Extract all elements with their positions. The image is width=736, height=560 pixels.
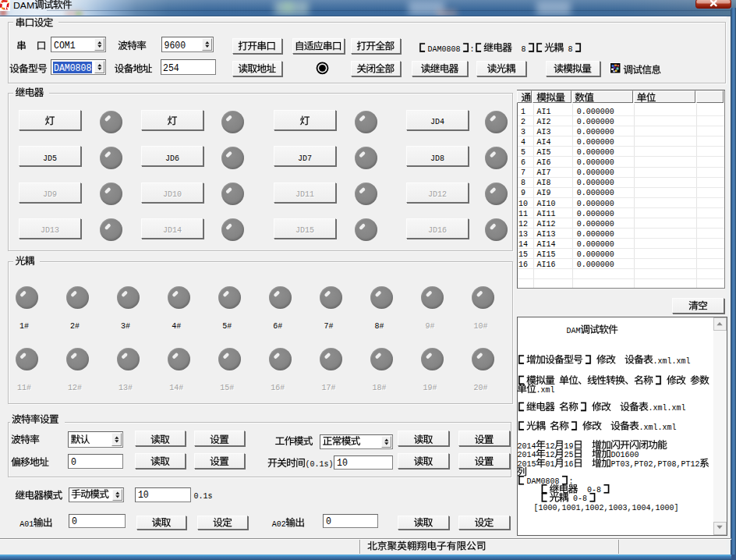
svg-text:A02: A02 bbox=[272, 519, 286, 529]
svg-text:6: 6 bbox=[521, 158, 525, 167]
svg-text:16#: 16# bbox=[271, 383, 285, 392]
svg-text:16: 16 bbox=[518, 260, 528, 269]
svg-text:AI11: AI11 bbox=[537, 209, 556, 218]
svg-text:JD12: JD12 bbox=[428, 190, 447, 199]
svg-text:JD8: JD8 bbox=[430, 154, 444, 163]
svg-text:2: 2 bbox=[521, 117, 525, 126]
svg-text:2014: 2014 bbox=[518, 450, 536, 459]
svg-text:19: 19 bbox=[564, 441, 574, 451]
svg-text:0: 0 bbox=[326, 516, 331, 527]
svg-text:AI2: AI2 bbox=[537, 117, 551, 126]
svg-text:0.000000: 0.000000 bbox=[577, 117, 614, 126]
svg-text:10: 10 bbox=[337, 458, 348, 469]
svg-text:0.1s: 0.1s bbox=[194, 491, 213, 501]
svg-text:0.000000: 0.000000 bbox=[577, 260, 614, 269]
svg-text:AI3: AI3 bbox=[537, 127, 551, 136]
svg-text:6#: 6# bbox=[273, 321, 282, 331]
svg-text:8: 8 bbox=[522, 44, 526, 54]
svg-text:(0.1s): (0.1s) bbox=[306, 459, 334, 469]
svg-text:0.000000: 0.000000 bbox=[577, 239, 614, 249]
svg-text:254: 254 bbox=[163, 63, 179, 74]
svg-text:11#: 11# bbox=[17, 383, 31, 392]
svg-text:DAM: DAM bbox=[13, 1, 34, 10]
svg-text:17#: 17# bbox=[321, 383, 335, 392]
svg-text:2015: 2015 bbox=[518, 459, 536, 469]
svg-text:JD6: JD6 bbox=[165, 154, 179, 163]
svg-text:DAM: DAM bbox=[567, 326, 581, 335]
svg-text:13: 13 bbox=[518, 229, 528, 239]
svg-text:19#: 19# bbox=[423, 383, 437, 392]
svg-text:9600: 9600 bbox=[165, 41, 186, 51]
svg-text:8: 8 bbox=[521, 178, 525, 187]
svg-text:7#: 7# bbox=[324, 321, 333, 331]
svg-text:JD4: JD4 bbox=[430, 117, 444, 126]
svg-text:JD13: JD13 bbox=[41, 225, 59, 235]
svg-text:13#: 13# bbox=[119, 383, 133, 392]
svg-text:0.000000: 0.000000 bbox=[577, 158, 614, 167]
svg-text:AI10: AI10 bbox=[537, 199, 556, 208]
svg-text:0: 0 bbox=[72, 516, 77, 527]
svg-text:8: 8 bbox=[568, 44, 573, 54]
svg-text:AI8: AI8 bbox=[537, 178, 551, 187]
svg-text:11: 11 bbox=[518, 209, 528, 218]
svg-text:16: 16 bbox=[564, 459, 574, 469]
svg-text:4: 4 bbox=[521, 137, 525, 147]
svg-text:7: 7 bbox=[521, 168, 525, 177]
svg-text:10: 10 bbox=[138, 490, 149, 501]
svg-text:0.000000: 0.000000 bbox=[577, 107, 614, 116]
svg-text:15#: 15# bbox=[220, 383, 234, 392]
svg-text:2#: 2# bbox=[70, 321, 80, 331]
svg-text:AI9: AI9 bbox=[537, 188, 551, 197]
svg-text:JD15: JD15 bbox=[295, 225, 314, 235]
svg-text:AI7: AI7 bbox=[537, 168, 551, 177]
svg-text:3: 3 bbox=[521, 127, 525, 136]
svg-text:AI13: AI13 bbox=[537, 229, 556, 239]
svg-text:0-8: 0-8 bbox=[587, 485, 601, 494]
svg-text::: : bbox=[569, 477, 574, 486]
svg-text:5: 5 bbox=[521, 147, 525, 157]
svg-text:AI12: AI12 bbox=[537, 219, 556, 229]
svg-text:.xml.xml: .xml.xml bbox=[649, 403, 686, 413]
svg-text:0.000000: 0.000000 bbox=[577, 219, 614, 229]
svg-text:.xml.xml: .xml.xml bbox=[639, 423, 677, 432]
svg-text:0.000000: 0.000000 bbox=[577, 168, 614, 177]
svg-text:3#: 3# bbox=[121, 321, 130, 331]
svg-text:01: 01 bbox=[546, 459, 555, 469]
svg-text:0.000000: 0.000000 bbox=[577, 199, 614, 208]
svg-text:JD14: JD14 bbox=[163, 225, 182, 235]
svg-text:AI16: AI16 bbox=[537, 260, 556, 269]
svg-text:1: 1 bbox=[521, 107, 525, 116]
svg-text:9#: 9# bbox=[426, 321, 435, 331]
svg-text:0.000000: 0.000000 bbox=[577, 127, 614, 136]
svg-text:AI15: AI15 bbox=[537, 250, 556, 259]
svg-text:15: 15 bbox=[518, 250, 528, 259]
svg-text:1#: 1# bbox=[19, 321, 29, 331]
svg-text:JD7: JD7 bbox=[298, 154, 312, 163]
svg-text:DO1600: DO1600 bbox=[611, 450, 639, 459]
svg-text:DAM0808: DAM0808 bbox=[54, 63, 91, 74]
svg-text:AI1: AI1 bbox=[537, 107, 551, 116]
svg-text:AI5: AI5 bbox=[537, 147, 551, 157]
svg-text:0.000000: 0.000000 bbox=[577, 229, 614, 239]
svg-text:0.000000: 0.000000 bbox=[577, 137, 614, 147]
svg-text:25: 25 bbox=[564, 450, 574, 459]
svg-text:10: 10 bbox=[518, 199, 528, 208]
svg-text:AI4: AI4 bbox=[537, 137, 551, 147]
svg-text:9: 9 bbox=[521, 188, 525, 197]
svg-text:20#: 20# bbox=[474, 383, 488, 392]
svg-text:JD9: JD9 bbox=[43, 190, 57, 199]
svg-text:0.000000: 0.000000 bbox=[577, 209, 614, 218]
svg-text:2014: 2014 bbox=[518, 441, 536, 451]
svg-text:4#: 4# bbox=[172, 321, 181, 331]
svg-text:0.000000: 0.000000 bbox=[577, 178, 614, 187]
svg-text:12: 12 bbox=[518, 219, 528, 229]
svg-text:0.000000: 0.000000 bbox=[577, 147, 614, 157]
svg-text:COM1: COM1 bbox=[54, 41, 76, 51]
svg-text:14#: 14# bbox=[169, 383, 183, 392]
svg-text:18#: 18# bbox=[373, 383, 387, 392]
svg-text:12: 12 bbox=[546, 441, 555, 451]
svg-text:.xml.xml: .xml.xml bbox=[653, 356, 691, 366]
svg-text:PT03,PT02,PT08,PT12: PT03,PT02,PT08,PT12 bbox=[611, 459, 700, 469]
svg-text:JD5: JD5 bbox=[43, 154, 57, 163]
svg-text:12: 12 bbox=[546, 450, 555, 459]
